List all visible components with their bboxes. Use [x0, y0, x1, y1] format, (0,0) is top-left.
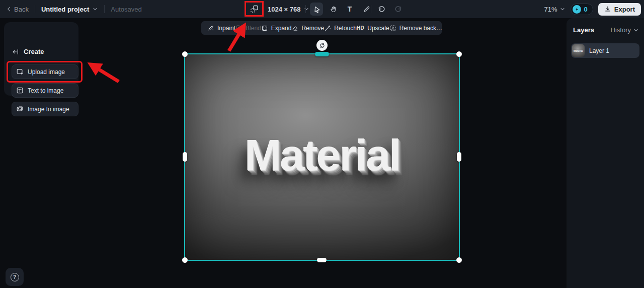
- divider: [371, 5, 371, 13]
- layer-name: Layer 1: [589, 47, 609, 54]
- hand-icon: [330, 6, 337, 13]
- remove-button[interactable]: Remove: [291, 25, 324, 32]
- question-mark-icon: ?: [11, 273, 19, 281]
- hd-icon: HD: [357, 25, 364, 31]
- inpaint-button[interactable]: Inpaint: [207, 25, 235, 32]
- project-title-menu[interactable]: Untitled project: [41, 6, 98, 13]
- chevron-down-icon: [92, 6, 98, 12]
- download-icon: [604, 6, 611, 13]
- insert-media-icon: [250, 5, 259, 13]
- magic-wand-icon: [324, 25, 331, 32]
- image-to-image-icon: [16, 105, 24, 113]
- layer-thumbnail: Material: [572, 44, 585, 57]
- divider: [35, 5, 35, 13]
- select-tool-button[interactable]: [310, 3, 323, 16]
- export-button[interactable]: Export: [598, 3, 641, 16]
- resize-handle-left[interactable]: [183, 152, 187, 162]
- layers-tab[interactable]: Layers: [573, 26, 594, 34]
- image-action-toolbar: Inpaint Blend Expand Remove Retouch HD U…: [201, 21, 442, 35]
- undo-button[interactable]: [374, 3, 387, 16]
- canvas-area: Material: [184, 53, 460, 261]
- hand-tool-button[interactable]: [327, 3, 340, 16]
- credits-count: 0: [584, 6, 588, 13]
- layers-panel: Layers History Material Layer 1: [567, 18, 644, 288]
- text-tool-icon: T: [348, 5, 352, 13]
- rotate-icon: [319, 42, 326, 49]
- back-label: Back: [14, 6, 29, 13]
- expand-button[interactable]: Expand: [261, 25, 292, 32]
- chevron-down-icon: [633, 27, 639, 33]
- upload-image-button[interactable]: Upload image: [12, 64, 78, 79]
- insert-media-button[interactable]: [248, 3, 261, 15]
- expand-icon: [261, 25, 268, 32]
- eraser-icon: [291, 25, 298, 32]
- resize-handle-right[interactable]: [457, 152, 461, 162]
- rotate-handle[interactable]: [316, 40, 328, 51]
- chevron-down-icon: [559, 6, 566, 12]
- annotation-arrow-to-upload: [92, 65, 119, 82]
- autosave-status: Autosaved: [111, 6, 141, 13]
- layer-row[interactable]: Material Layer 1: [571, 43, 639, 58]
- credits-pill[interactable]: 0: [571, 4, 593, 15]
- remove-background-icon: [389, 25, 396, 32]
- credit-coin-icon: [573, 5, 581, 14]
- text-tool-button[interactable]: T: [343, 3, 356, 16]
- redo-icon: [395, 5, 403, 13]
- redo-button[interactable]: [392, 3, 406, 16]
- canvas-size-selector[interactable]: 1024 × 768: [268, 0, 309, 18]
- resize-handle-top-left[interactable]: [182, 51, 188, 57]
- resize-handle-bottom[interactable]: [317, 258, 327, 262]
- text-to-image-button[interactable]: Text to image: [12, 83, 78, 98]
- zoom-level-selector[interactable]: 71%: [544, 6, 566, 13]
- create-panel: Create Upload image Text to image Image …: [4, 22, 78, 96]
- divider: [305, 5, 306, 13]
- zoom-level: 71%: [544, 6, 557, 13]
- resize-handle-bottom-left[interactable]: [182, 257, 188, 263]
- image-to-image-button[interactable]: Image to image: [12, 102, 78, 116]
- collapse-panel-icon[interactable]: [12, 48, 19, 55]
- history-dropdown[interactable]: History: [611, 26, 639, 34]
- remove-background-button[interactable]: Remove back…: [389, 25, 442, 32]
- undo-icon: [377, 5, 385, 13]
- back-button[interactable]: Back: [6, 6, 29, 13]
- retouch-button[interactable]: Retouch: [324, 25, 357, 32]
- divider: [104, 5, 105, 13]
- selection-box: [184, 53, 460, 261]
- upload-image-icon: [16, 68, 24, 76]
- project-title: Untitled project: [41, 6, 89, 13]
- chevron-down-icon: [303, 6, 309, 12]
- pen-icon: [363, 6, 370, 13]
- resize-handle-top-right[interactable]: [456, 51, 462, 57]
- annotation-highlight-box: [245, 1, 264, 17]
- chevron-left-icon: [6, 6, 12, 12]
- canvas-size-label: 1024 × 768: [268, 6, 300, 13]
- cursor-icon: [313, 6, 320, 13]
- top-bar: Back Untitled project Autosaved 1024 × 7…: [0, 0, 644, 18]
- export-label: Export: [614, 6, 635, 13]
- blend-button: Blend: [235, 25, 261, 32]
- blend-icon: [235, 25, 243, 32]
- upscale-button[interactable]: HD Upscale: [357, 25, 389, 32]
- resize-handle-bottom-right[interactable]: [456, 257, 462, 263]
- inpaint-icon: [207, 25, 214, 32]
- help-button[interactable]: ?: [6, 268, 24, 286]
- resize-handle-top[interactable]: [315, 52, 329, 56]
- create-panel-title: Create: [24, 48, 44, 55]
- text-to-image-icon: [16, 87, 24, 94]
